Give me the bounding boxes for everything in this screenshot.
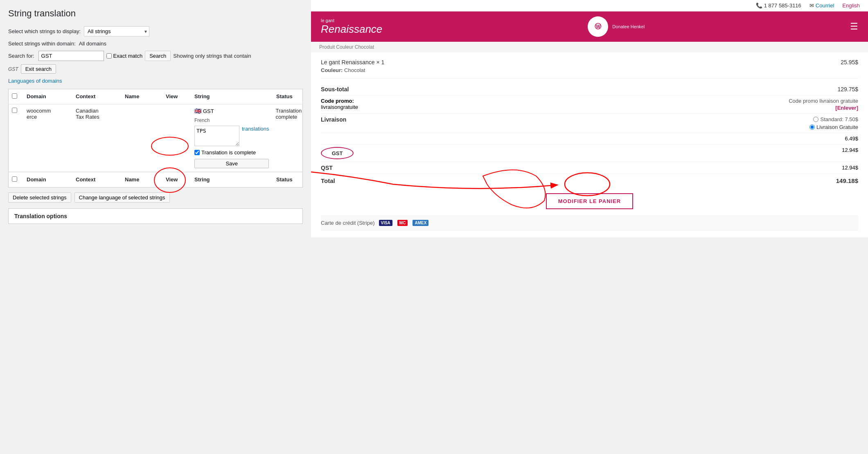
french-label: French (194, 117, 269, 123)
translation-complete-row: Translation is complete (194, 149, 269, 156)
livraison-value-row: 6.49$ (321, 133, 858, 145)
phone-icon: 📞 (756, 2, 762, 9)
strings-table: Domain Context Name View String Status w… (8, 89, 303, 187)
search-row: Search for: Exact match Search Showing o… (8, 51, 303, 61)
sous-total-label: Sous-total (321, 86, 349, 93)
bottom-actions: Delete selected strings Change language … (8, 192, 303, 203)
col-string: String (191, 92, 273, 102)
shipping-standard-option[interactable]: Standard: 7.50$ (813, 116, 858, 122)
domain-select-label: Select strings within domain: (8, 41, 76, 47)
logo-designer: Donatee Henkel (612, 24, 645, 29)
gst-label-text: GST (332, 150, 343, 156)
svg-text:Ⓦ: Ⓦ (595, 23, 602, 30)
col-status: Status (273, 92, 311, 102)
display-select-row: Select which strings to display: All str… (8, 26, 303, 36)
promo-detail: Code promo livraison gratuite (789, 98, 858, 104)
payment-row: Carte de crédit (Stripe) VISA MC AMEX (321, 215, 858, 231)
footer-col-context: Context (72, 175, 122, 185)
string-english: 🇬🇧 GST (194, 108, 269, 114)
livraison-row: Livraison Standard: 7.50$ Livraison Grat… (321, 114, 858, 133)
delete-selected-button[interactable]: Delete selected strings (8, 192, 71, 203)
mail-icon: ✉ (809, 2, 814, 9)
promo-row: Code promo: livraisongratuite Code promo… (321, 95, 858, 114)
exact-match-container: Exact match (106, 53, 143, 59)
promo-right: Code promo livraison gratuite [Enlever] (789, 98, 858, 111)
row-string-cell: 🇬🇧 GST French TPS translations Translati… (191, 106, 272, 170)
display-select-wrapper: All strings Untranslated strings Transla… (84, 26, 149, 36)
row-checkbox[interactable] (12, 108, 17, 113)
translations-link[interactable]: translations (242, 126, 269, 132)
exit-search-button[interactable]: Exit search (21, 64, 56, 74)
logo-large: Renaissance (321, 23, 382, 36)
shipping-gratuite-label: Livraison Gratuite (816, 124, 858, 130)
promo-label-text: Code promo: (321, 98, 354, 104)
total-label: Total (321, 177, 335, 184)
logo-svg: Ⓦ (588, 16, 608, 37)
row-name (122, 106, 162, 109)
translation-complete-checkbox[interactable] (194, 150, 200, 155)
courriel-link[interactable]: Courriel (816, 2, 834, 9)
shipping-gratuite-option[interactable]: Livraison Gratuite (809, 124, 858, 130)
display-select[interactable]: All strings Untranslated strings Transla… (84, 26, 149, 36)
product-detail-label: Couleur: (321, 67, 343, 73)
footer-col-name: Name (122, 175, 162, 185)
row-checkbox-cell (9, 106, 23, 116)
phone-number: 1 877 585-3116 (764, 2, 801, 9)
row-domain: woocommerce (23, 106, 72, 122)
exact-match-label: Exact match (113, 53, 143, 59)
product-info: Le gant Renaissance × 1 Couleur: Chocola… (321, 59, 384, 73)
table-header: Domain Context Name View String Status (9, 89, 302, 104)
promo-info: Code promo: livraisongratuite (321, 98, 358, 111)
change-language-button[interactable]: Change language of selected strings (74, 192, 170, 203)
translation-options-box: Translation options (8, 208, 303, 224)
footer-col-domain: Domain (23, 175, 72, 185)
search-label: Search for: (8, 53, 34, 59)
display-select-label: Select which strings to display: (8, 28, 81, 34)
logo-icon: Ⓦ (588, 16, 608, 37)
french-input-row: TPS translations (194, 126, 269, 146)
hamburger-menu[interactable]: ☰ (850, 21, 858, 32)
col-context: Context (72, 92, 122, 102)
select-all-checkbox[interactable] (12, 93, 17, 99)
shipping-standard-label: Standard: 7.50$ (820, 116, 858, 122)
domain-select-row: Select strings within domain: All domain… (8, 41, 303, 47)
footer-col-string: String (191, 175, 273, 185)
modifier-panier-button[interactable]: MODIFIER LE PANIER (546, 193, 634, 209)
page-title: String translation (8, 8, 303, 19)
gst-label-box: GST (321, 147, 354, 159)
promo-code: livraisongratuite (321, 104, 358, 110)
enlever-link[interactable]: [Enlever] (835, 105, 858, 111)
total-value: 149.18$ (836, 177, 858, 184)
footer-col-status: Status (273, 175, 311, 185)
courriel-info: ✉ Courriel (809, 2, 834, 9)
save-button[interactable]: Save (194, 159, 269, 168)
col-name: Name (122, 92, 162, 102)
search-button[interactable]: Search (145, 51, 171, 61)
french-translation-input[interactable]: TPS (194, 126, 239, 146)
footer-select-all-checkbox[interactable] (12, 176, 17, 182)
mc-badge: MC (397, 220, 408, 226)
product-row: Le gant Renaissance × 1 Couleur: Chocola… (321, 59, 858, 79)
shipping-gratuite-radio[interactable] (809, 124, 815, 130)
cart-content: Le gant Renaissance × 1 Couleur: Chocola… (311, 52, 868, 237)
search-input[interactable] (38, 51, 104, 61)
domain-select-value: All domains (79, 41, 106, 47)
footer-col-view: View (162, 175, 191, 185)
table-row: woocommerce CanadianTax Rates 🇬🇧 GST Fre… (9, 104, 302, 172)
language-toggle[interactable]: English (842, 2, 860, 9)
shipping-standard-radio[interactable] (813, 117, 818, 122)
sous-total-row: Sous-total 129.75$ (321, 84, 858, 95)
col-domain: Domain (23, 92, 72, 102)
translation-options-title: Translation options (14, 213, 67, 219)
product-detail-value: Chocolat (344, 67, 365, 73)
logo-right-area: Ⓦ Donatee Henkel (588, 16, 645, 37)
sous-total-value: 129.75$ (837, 86, 858, 93)
site-logo: le gant Renaissance (321, 18, 382, 36)
col-view: View (162, 92, 191, 102)
exact-match-checkbox[interactable] (106, 53, 112, 59)
payment-label: Carte de crédit (Stripe) (321, 220, 375, 226)
translation-complete-label: Translation is complete (201, 149, 256, 156)
gst-badge: GST (8, 66, 18, 72)
shipping-options: Standard: 7.50$ Livraison Gratuite (809, 116, 858, 130)
languages-of-domains-link[interactable]: Languages of domains (8, 78, 62, 84)
